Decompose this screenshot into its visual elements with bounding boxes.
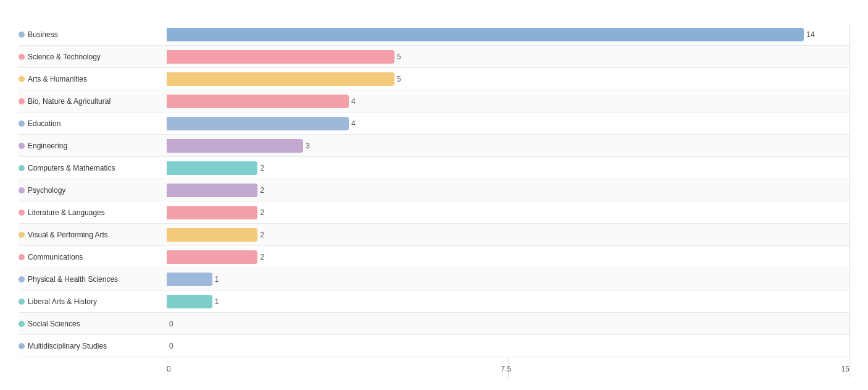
label-area: Communications [19,253,167,261]
label-area: Social Sciences [19,320,167,328]
bar-value: 2 [260,231,264,239]
chart-wrapper: Business14Science & Technology5Arts & Hu… [19,12,849,378]
category-label: Literature & Languages [28,208,105,217]
category-pill: Visual & Performing Arts [19,231,108,239]
color-dot [19,299,25,305]
category-label: Liberal Arts & History [28,297,97,306]
color-dot [19,232,25,238]
category-label: Visual & Performing Arts [28,231,108,239]
bar-row: Business14 [19,23,849,46]
category-pill: Physical & Health Sciences [19,275,118,284]
category-pill: Business [19,30,58,39]
label-area: Engineering [19,142,167,150]
bar-value: 3 [306,142,310,150]
category-pill: Literature & Languages [19,208,105,217]
bar-row: Multidisciplinary Studies0 [19,335,849,357]
label-area: Computers & Mathematics [19,164,167,172]
bar-area: 2 [167,179,849,201]
bar-value: 1 [215,297,219,306]
category-label: Engineering [28,142,67,150]
bar: 2 [167,184,257,197]
category-label: Communications [28,253,83,261]
category-pill: Multidisciplinary Studies [19,342,107,350]
label-area: Arts & Humanities [19,75,167,83]
bar-area: 4 [167,90,849,112]
label-area: Science & Technology [19,53,167,61]
bar-area: 5 [167,68,849,90]
bar: 4 [167,117,349,130]
category-pill: Arts & Humanities [19,75,87,83]
category-label: Arts & Humanities [28,75,87,83]
x-tick: 0 [167,365,171,373]
label-area: Literature & Languages [19,208,167,217]
category-label: Business [28,30,58,39]
color-dot [19,165,25,171]
label-area: Psychology [19,186,167,195]
x-tick: 15 [841,365,849,373]
category-pill: Social Sciences [19,320,80,328]
bar: 1 [167,295,212,308]
bar: 2 [167,250,257,264]
category-label: Social Sciences [28,320,80,328]
color-dot [19,121,25,127]
bar-value: 2 [260,253,264,261]
color-dot [19,343,25,349]
x-axis: 07.515 [19,360,849,378]
bar-value: 2 [260,208,264,217]
bar-area: 4 [167,112,849,134]
bar-value: 2 [260,186,264,195]
category-pill: Communications [19,253,83,261]
bar-area: 1 [167,290,849,312]
label-area: Visual & Performing Arts [19,231,167,239]
bar-area: 3 [167,135,849,156]
category-label: Education [28,119,61,128]
bar-value: 0 [169,320,173,328]
bar-value: 4 [351,97,356,106]
bar: 5 [167,72,394,86]
bar: 4 [167,95,349,108]
bar: 2 [167,161,257,175]
label-area: Physical & Health Sciences [19,275,167,284]
x-tick: 7.5 [501,365,511,373]
bar-row: Computers & Mathematics2 [19,157,849,179]
bar-area: 1 [167,268,849,290]
bar: 14 [167,28,804,41]
bar-value: 14 [806,30,814,39]
bar-value: 2 [260,164,264,172]
label-area: Education [19,119,167,128]
bar-area: 0 [167,313,849,334]
category-pill: Education [19,119,61,128]
category-pill: Psychology [19,186,65,195]
bar-area: 5 [167,46,849,67]
color-dot [19,187,25,193]
color-dot [19,76,25,82]
category-label: Multidisciplinary Studies [28,342,107,350]
bar-row: Psychology2 [19,179,849,201]
bar-value: 1 [215,275,219,284]
color-dot [19,143,25,149]
bar-area: 2 [167,224,849,245]
category-label: Psychology [28,186,65,195]
color-dot [19,276,25,282]
color-dot [19,210,25,216]
bar-row: Education4 [19,112,849,135]
bar-value: 0 [169,342,173,350]
bars-container: Business14Science & Technology5Arts & Hu… [19,23,849,357]
bar: 3 [167,139,303,153]
bar-area: 0 [167,335,849,357]
color-dot [19,32,25,38]
color-dot [19,254,25,260]
category-label: Bio, Nature & Agricultural [28,97,111,106]
bar-row: Bio, Nature & Agricultural4 [19,90,849,112]
category-pill: Science & Technology [19,53,101,61]
bar-area: 2 [167,157,849,179]
bar-row: Engineering3 [19,135,849,157]
bar-row: Visual & Performing Arts2 [19,224,849,246]
grid-line [849,23,850,378]
label-area: Bio, Nature & Agricultural [19,97,167,106]
bar: 5 [167,50,394,64]
category-pill: Computers & Mathematics [19,164,115,172]
color-dot [19,54,25,60]
bar-value: 5 [397,75,401,83]
bar-value: 5 [397,53,401,61]
